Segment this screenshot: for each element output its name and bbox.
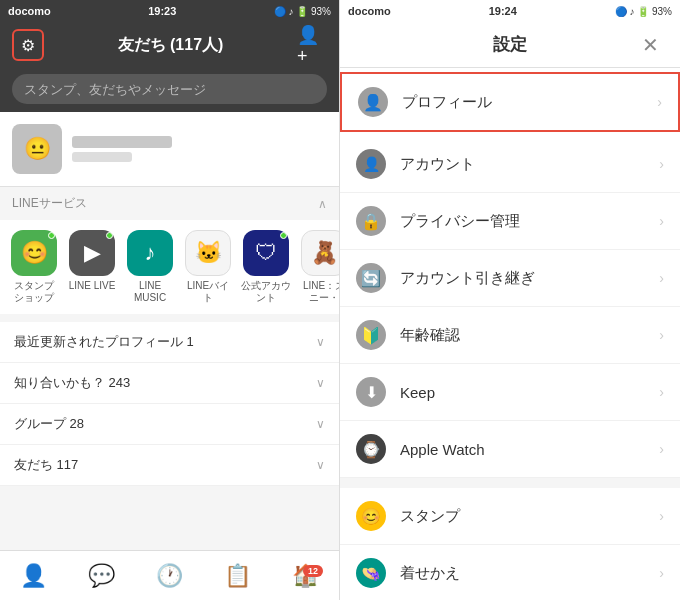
settings-item-stamps[interactable]: 😊 スタンプ › bbox=[340, 488, 680, 545]
service-baito[interactable]: 🐱 LINEバイト bbox=[182, 230, 234, 304]
right-status-icons: 🔵 ♪ 🔋 93% bbox=[615, 6, 672, 17]
account-label: アカウント bbox=[400, 155, 645, 174]
recent-profiles-chevron: ∨ bbox=[316, 335, 325, 349]
profile-info bbox=[72, 136, 172, 162]
left-title: 友だち (117人) bbox=[118, 35, 224, 56]
left-carrier: docomo bbox=[8, 5, 51, 17]
migration-label: アカウント引き継ぎ bbox=[400, 269, 645, 288]
right-panel: docomo 19:24 🔵 ♪ 🔋 93% 設定 ✕ 👤 プロフィール › 👤… bbox=[340, 0, 680, 600]
timeline-nav-icon: 🕐 bbox=[156, 563, 183, 589]
nav-news[interactable]: 📋 bbox=[203, 563, 271, 589]
age-label: 年齢確認 bbox=[400, 326, 645, 345]
profile-label: プロフィール bbox=[402, 93, 643, 112]
gear-button[interactable]: ⚙ bbox=[12, 29, 44, 61]
friends-nav-icon: 👤 bbox=[20, 563, 47, 589]
settings-item-applewatch[interactable]: ⌚ Apple Watch › bbox=[340, 421, 680, 478]
settings-item-age[interactable]: 🔰 年齢確認 › bbox=[340, 307, 680, 364]
applewatch-chevron: › bbox=[659, 441, 664, 457]
profile-status bbox=[72, 152, 132, 162]
settings-header: 設定 ✕ bbox=[340, 22, 680, 68]
add-friend-button[interactable]: 👤+ bbox=[297, 30, 327, 60]
applewatch-icon: ⌚ bbox=[356, 434, 386, 464]
migration-icon: 🔄 bbox=[356, 263, 386, 293]
search-input[interactable] bbox=[12, 74, 327, 104]
baito-label: LINEバイト bbox=[182, 280, 234, 304]
nav-friends[interactable]: 👤 bbox=[0, 563, 68, 589]
nav-timeline[interactable]: 🕐 bbox=[136, 563, 204, 589]
groups-chevron: ∨ bbox=[316, 417, 325, 431]
left-status-icons: 🔵 ♪ 🔋 93% bbox=[274, 6, 331, 17]
list-item-recent-profiles[interactable]: 最近更新されたプロフィール 1 ∨ bbox=[0, 322, 339, 363]
services-section-header: LINEサービス ∧ bbox=[0, 187, 339, 220]
services-grid: 😊 スタンプショップ ▶ LINE LIVE ♪ LINEMUSIC 🐱 LIN… bbox=[0, 220, 339, 314]
privacy-chevron: › bbox=[659, 213, 664, 229]
service-disney[interactable]: 🧸 LINE：ズニー・ bbox=[298, 230, 339, 304]
may-know-chevron: ∨ bbox=[316, 376, 325, 390]
stamps-settings-icon: 😊 bbox=[356, 501, 386, 531]
nav-wallet[interactable]: 🏠 12 bbox=[271, 563, 339, 589]
account-chevron: › bbox=[659, 156, 664, 172]
account-icon: 👤 bbox=[356, 149, 386, 179]
section-divider-1 bbox=[340, 478, 680, 488]
keep-icon: ⬇ bbox=[356, 377, 386, 407]
official-label: 公式アカウント bbox=[241, 280, 291, 304]
news-nav-icon: 📋 bbox=[224, 563, 251, 589]
music-label: LINEMUSIC bbox=[134, 280, 166, 304]
age-chevron: › bbox=[659, 327, 664, 343]
left-header: ⚙ 友だち (117人) 👤+ bbox=[0, 22, 339, 68]
settings-item-theme[interactable]: 👒 着せかえ › bbox=[340, 545, 680, 600]
close-button[interactable]: ✕ bbox=[636, 31, 664, 59]
migration-chevron: › bbox=[659, 270, 664, 286]
stamps-icon: 😊 bbox=[11, 230, 57, 276]
privacy-icon: 🔒 bbox=[356, 206, 386, 236]
list-item-may-know[interactable]: 知り合いかも？ 243 ∨ bbox=[0, 363, 339, 404]
friends-label: 友だち 117 bbox=[14, 456, 78, 474]
left-status-bar: docomo 19:23 🔵 ♪ 🔋 93% bbox=[0, 0, 339, 22]
keep-label: Keep bbox=[400, 384, 645, 401]
baito-icon: 🐱 bbox=[185, 230, 231, 276]
left-panel: docomo 19:23 🔵 ♪ 🔋 93% ⚙ 友だち (117人) 👤+ 😐… bbox=[0, 0, 340, 600]
profile-name bbox=[72, 136, 172, 148]
right-status-bar: docomo 19:24 🔵 ♪ 🔋 93% bbox=[340, 0, 680, 22]
list-item-friends[interactable]: 友だち 117 ∨ bbox=[0, 445, 339, 486]
live-icon: ▶ bbox=[69, 230, 115, 276]
keep-chevron: › bbox=[659, 384, 664, 400]
stamps-label: スタンプショップ bbox=[14, 280, 54, 304]
settings-item-profile[interactable]: 👤 プロフィール › bbox=[340, 72, 680, 132]
official-icon: 🛡 bbox=[243, 230, 289, 276]
service-stamps[interactable]: 😊 スタンプショップ bbox=[8, 230, 60, 304]
services-chevron: ∧ bbox=[318, 197, 327, 211]
list-section: 最近更新されたプロフィール 1 ∨ 知り合いかも？ 243 ∨ グループ 28 … bbox=[0, 322, 339, 486]
left-content: 😐 LINEサービス ∧ 😊 スタンプショップ ▶ LINE LIVE bbox=[0, 112, 339, 550]
wallet-badge: 12 bbox=[303, 565, 323, 577]
my-profile[interactable]: 😐 bbox=[0, 112, 339, 187]
settings-item-migration[interactable]: 🔄 アカウント引き継ぎ › bbox=[340, 250, 680, 307]
profile-chevron: › bbox=[657, 94, 662, 110]
list-item-groups[interactable]: グループ 28 ∨ bbox=[0, 404, 339, 445]
settings-item-account[interactable]: 👤 アカウント › bbox=[340, 136, 680, 193]
settings-item-privacy[interactable]: 🔒 プライバシー管理 › bbox=[340, 193, 680, 250]
nav-chat[interactable]: 💬 bbox=[68, 563, 136, 589]
settings-item-keep[interactable]: ⬇ Keep › bbox=[340, 364, 680, 421]
disney-label: LINE：ズニー・ bbox=[303, 280, 339, 304]
privacy-label: プライバシー管理 bbox=[400, 212, 645, 231]
live-label: LINE LIVE bbox=[69, 280, 116, 292]
services-label: LINEサービス bbox=[12, 195, 87, 212]
service-live[interactable]: ▶ LINE LIVE bbox=[66, 230, 118, 304]
chat-nav-icon: 💬 bbox=[88, 563, 115, 589]
settings-title: 設定 bbox=[493, 33, 527, 56]
recent-profiles-label: 最近更新されたプロフィール 1 bbox=[14, 333, 194, 351]
search-bar bbox=[0, 68, 339, 112]
service-official[interactable]: 🛡 公式アカウント bbox=[240, 230, 292, 304]
friends-chevron: ∨ bbox=[316, 458, 325, 472]
stamps-settings-label: スタンプ bbox=[400, 507, 645, 526]
settings-list: 👤 プロフィール › 👤 アカウント › 🔒 プライバシー管理 › 🔄 アカウン… bbox=[340, 68, 680, 600]
left-time: 19:23 bbox=[148, 5, 176, 17]
service-music[interactable]: ♪ LINEMUSIC bbox=[124, 230, 176, 304]
music-icon: ♪ bbox=[127, 230, 173, 276]
theme-chevron: › bbox=[659, 565, 664, 581]
stamps-settings-chevron: › bbox=[659, 508, 664, 524]
profile-icon: 👤 bbox=[358, 87, 388, 117]
theme-icon: 👒 bbox=[356, 558, 386, 588]
avatar: 😐 bbox=[12, 124, 62, 174]
